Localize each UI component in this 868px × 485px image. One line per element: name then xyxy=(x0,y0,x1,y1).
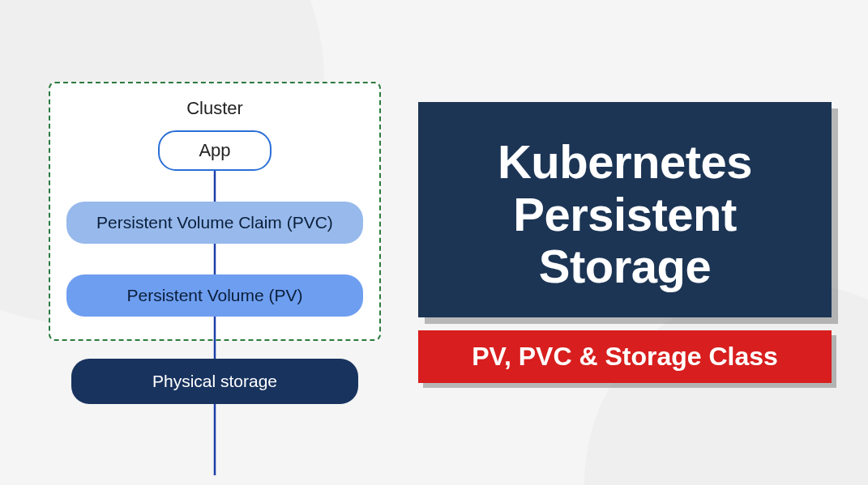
title-line-3: Storage xyxy=(539,240,711,292)
title-line-2: Persistent xyxy=(513,188,736,240)
diagram-container: Cluster App Persistent Volume Claim (PVC… xyxy=(0,0,868,485)
cluster-box: Cluster App Persistent Volume Claim (PVC… xyxy=(49,82,381,341)
pv-box: Persistent Volume (PV) xyxy=(66,274,363,317)
app-box: App xyxy=(158,130,272,171)
title-line-1: Kubernetes xyxy=(498,135,752,188)
title-card: Kubernetes Persistent Storage xyxy=(418,102,832,318)
physical-storage-box: Physical storage xyxy=(71,359,358,404)
subtitle-card: PV, PVC & Storage Class xyxy=(418,330,832,383)
architecture-diagram: Cluster App Persistent Volume Claim (PVC… xyxy=(49,82,381,404)
main-title: Kubernetes Persistent Storage xyxy=(438,136,812,294)
pvc-box: Persistent Volume Claim (PVC) xyxy=(66,202,363,244)
cluster-label: Cluster xyxy=(66,98,363,119)
title-panel: Kubernetes Persistent Storage PV, PVC & … xyxy=(418,102,832,384)
